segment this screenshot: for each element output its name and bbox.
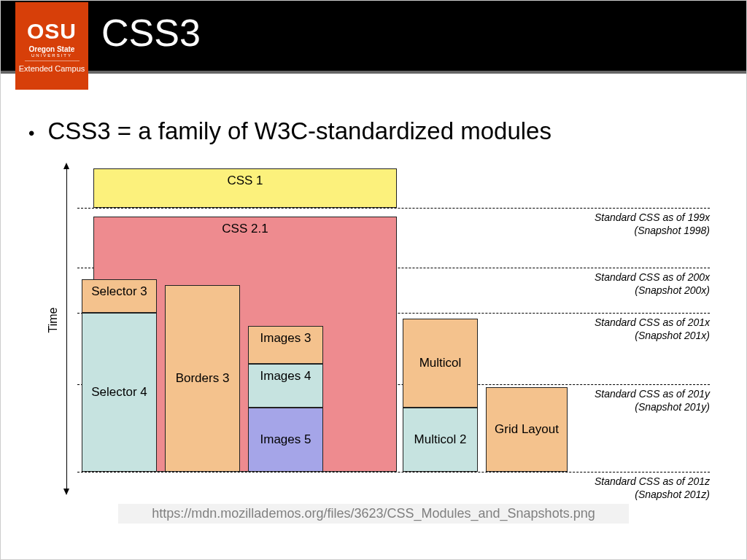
bullet-marker-icon: • [28, 123, 34, 144]
logo-sub1: Oregon State [29, 45, 75, 53]
block-borders3: Borders 3 [165, 285, 240, 472]
slide-header: OSU Oregon State UNIVERSITY Extended Cam… [1, 1, 746, 74]
block-images5: Images 5 [248, 408, 323, 472]
block-multicol2: Multicol 2 [403, 408, 478, 472]
y-axis-arrow-icon [66, 168, 67, 489]
logo-main: OSU [27, 19, 77, 44]
snapshot-line-199x: Standard CSS as of 199x(Snapshot 1998) [77, 208, 710, 209]
slide-title: CSS3 [101, 11, 201, 55]
snapshot-label-199x: Standard CSS as of 199x(Snapshot 1998) [595, 211, 710, 237]
block-multicol: Multicol [403, 319, 478, 408]
chart-area: Standard CSS as of 199x(Snapshot 1998) S… [77, 160, 710, 481]
block-css1: CSS 1 [93, 168, 397, 208]
snapshot-label-201y: Standard CSS as of 201y(Snapshot 201y) [595, 387, 710, 413]
snapshot-label-200x: Standard CSS as of 200x(Snapshot 200x) [595, 271, 710, 297]
snapshot-line-201z: Standard CSS as of 201z(Snapshot 201z) [77, 472, 710, 472]
osu-logo: OSU Oregon State UNIVERSITY Extended Cam… [15, 2, 88, 90]
logo-sub3: Extended Campus [19, 64, 85, 73]
y-axis: Time [37, 160, 70, 481]
snapshot-label-201x: Standard CSS as of 201x(Snapshot 201x) [595, 316, 710, 342]
block-selector3: Selector 3 [82, 279, 157, 313]
bullet-1: • CSS3 = a family of W3C-standardized mo… [23, 117, 724, 145]
logo-sub2: UNIVERSITY [25, 53, 80, 61]
source-url: https://mdn.mozillademos.org/files/3623/… [118, 504, 629, 524]
css-timeline-diagram: Time Standard CSS as of 199x(Snapshot 19… [37, 160, 710, 502]
block-selector4: Selector 4 [82, 313, 157, 472]
bullet-text: CSS3 = a family of W3C-standardized modu… [47, 117, 551, 145]
block-grid: Grid Layout [486, 387, 568, 472]
block-images3: Images 3 [248, 326, 323, 364]
slide-body: • CSS3 = a family of W3C-standardized mo… [1, 74, 746, 531]
y-axis-label: Time [47, 308, 61, 333]
snapshot-label-201z: Standard CSS as of 201z(Snapshot 201z) [595, 475, 710, 501]
block-images4: Images 4 [248, 364, 323, 408]
